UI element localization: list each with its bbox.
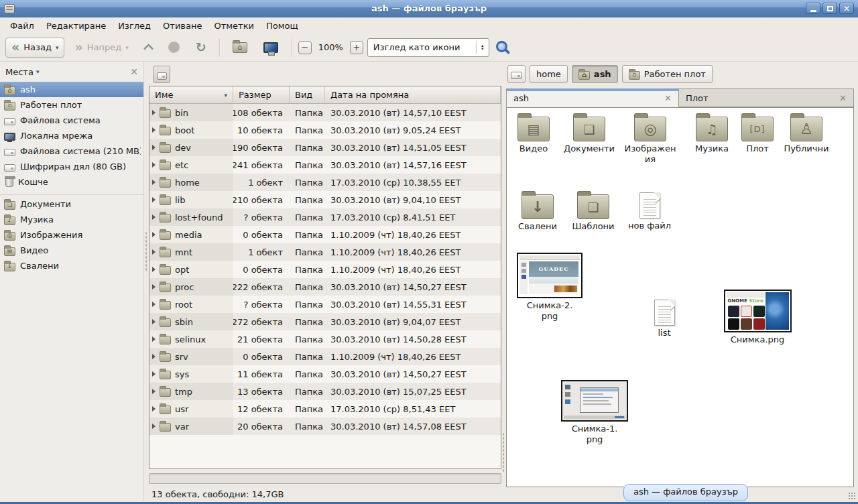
root-path-button[interactable] bbox=[153, 66, 170, 83]
table-row[interactable]: root ? обекта Папка 30.03.2010 (вт) 14,5… bbox=[149, 296, 501, 313]
table-row[interactable]: etc 241 обекта Папка 30.03.2010 (вт) 14,… bbox=[149, 156, 501, 174]
menu-item[interactable]: Отметки bbox=[208, 19, 259, 32]
menu-item[interactable]: Помощ bbox=[260, 19, 304, 32]
grid-item-public[interactable]: Публични bbox=[777, 112, 836, 154]
grid-item-templates[interactable]: Шаблони bbox=[564, 190, 623, 232]
window-resize-grip[interactable] bbox=[848, 492, 856, 500]
expander-icon[interactable] bbox=[152, 249, 156, 255]
table-row[interactable]: lost+found ? обекта Папка 17.03.2010 (ср… bbox=[149, 208, 501, 226]
tab-close-icon[interactable]: ✕ bbox=[839, 93, 847, 103]
expander-icon[interactable] bbox=[152, 389, 156, 394]
expander-icon[interactable] bbox=[152, 110, 156, 115]
expander-icon[interactable] bbox=[152, 214, 156, 220]
table-row[interactable]: boot 10 обекта Папка 30.03.2010 (вт) 9,0… bbox=[149, 121, 501, 139]
menu-item[interactable]: Изглед bbox=[112, 19, 157, 32]
sidebar-item[interactable]: Файлова система (210 MB) bbox=[0, 143, 143, 159]
sidebar-item[interactable]: Локална мрежа bbox=[0, 128, 143, 143]
table-row[interactable]: tmp 13 обекта Папка 30.03.2010 (вт) 15,0… bbox=[149, 383, 501, 400]
grid-item-video[interactable]: Видео bbox=[506, 112, 563, 154]
grid-item-images[interactable]: Изображения bbox=[623, 112, 677, 164]
table-row[interactable]: var 20 обекта Папка 30.03.2010 (вт) 14,5… bbox=[149, 418, 501, 435]
reload-button[interactable]: ↻ bbox=[190, 38, 212, 58]
up-button[interactable] bbox=[139, 38, 158, 58]
grid-item-snimka2[interactable]: GUADEC Снимка-2.png bbox=[515, 253, 584, 321]
expander-icon[interactable] bbox=[152, 336, 156, 342]
minimize-button[interactable] bbox=[806, 3, 820, 14]
expander-icon[interactable] bbox=[152, 319, 156, 324]
sidebar-item[interactable]: Работен плот bbox=[0, 97, 143, 113]
sidebar-item[interactable]: Шифриран дял (80 GB) bbox=[0, 159, 143, 174]
expander-icon[interactable] bbox=[152, 406, 156, 412]
expander-icon[interactable] bbox=[152, 127, 156, 133]
titlebar[interactable]: ash — файлов браузър ✕ bbox=[0, 0, 858, 17]
grid-item-snimka[interactable]: GNOME Store Снимка.png bbox=[722, 290, 793, 345]
table-row[interactable]: usr 12 обекта Папка 17.03.2010 (ср) 8,51… bbox=[149, 400, 501, 418]
pane-resize-handle[interactable] bbox=[502, 432, 505, 472]
sidebar-title[interactable]: Места bbox=[5, 67, 34, 77]
expander-icon[interactable] bbox=[152, 302, 156, 307]
expander-icon[interactable] bbox=[152, 354, 156, 359]
sidebar-item[interactable] bbox=[0, 190, 143, 196]
close-button[interactable]: ✕ bbox=[839, 3, 854, 14]
grid-item-list[interactable]: list bbox=[635, 297, 693, 338]
sidebar-item[interactable]: Видео bbox=[0, 243, 143, 258]
tab-plot[interactable]: Плот ✕ bbox=[679, 88, 854, 107]
expander-icon[interactable] bbox=[152, 267, 156, 272]
column-header-date[interactable]: Дата на промяна bbox=[325, 86, 501, 103]
table-row[interactable]: srv 0 обекта Папка 1.10.2009 (чт) 18,40,… bbox=[149, 348, 501, 365]
sidebar-item[interactable]: Музика bbox=[0, 212, 143, 227]
table-row[interactable]: dev 190 обекта Папка 30.03.2010 (вт) 14,… bbox=[149, 139, 501, 156]
table-row[interactable]: opt 0 обекта Папка 1.10.2009 (чт) 18,40,… bbox=[149, 261, 501, 278]
table-row[interactable]: sbin 272 обекта Папка 30.03.2010 (вт) 9,… bbox=[149, 313, 501, 330]
menu-item[interactable]: Редактиране bbox=[40, 19, 112, 32]
view-mode-select[interactable]: Изглед като икони ▴▾ bbox=[367, 38, 489, 57]
search-button[interactable] bbox=[493, 38, 512, 57]
tab-close-icon[interactable]: ✕ bbox=[664, 93, 672, 103]
column-header-type[interactable]: Вид bbox=[290, 86, 325, 103]
sidebar-item[interactable]: Кошче bbox=[0, 174, 143, 190]
horizontal-scrollbar[interactable] bbox=[149, 473, 501, 484]
back-button[interactable]: « Назад ▾ bbox=[5, 38, 64, 58]
expander-icon[interactable] bbox=[152, 197, 156, 202]
column-header-name[interactable]: Име ▾ bbox=[149, 86, 233, 103]
expander-icon[interactable] bbox=[152, 162, 156, 168]
sidebar-item[interactable]: ash bbox=[0, 82, 143, 97]
computer-button[interactable] bbox=[257, 38, 284, 58]
grid-item-new-file[interactable]: нов файл bbox=[620, 190, 679, 231]
expander-icon[interactable] bbox=[152, 371, 156, 377]
menu-item[interactable]: Файл bbox=[4, 19, 40, 32]
expander-icon[interactable] bbox=[152, 424, 156, 429]
sidebar-item[interactable]: Изображения bbox=[0, 227, 143, 243]
table-row[interactable]: selinux 21 обекта Папка 30.03.2010 (вт) … bbox=[149, 330, 501, 348]
path-desktop-button[interactable]: Работен плот bbox=[622, 65, 713, 83]
table-row[interactable]: bin 108 обекта Папка 30.03.2010 (вт) 14,… bbox=[149, 104, 501, 121]
expander-icon[interactable] bbox=[152, 284, 156, 290]
tab-ash[interactable]: ash ✕ bbox=[506, 88, 679, 107]
forward-button[interactable]: » Напред ▾ bbox=[68, 38, 134, 58]
expander-icon[interactable] bbox=[152, 180, 156, 185]
sidebar-close-icon[interactable]: ✕ bbox=[130, 66, 138, 77]
sidebar-item[interactable]: Документи bbox=[0, 196, 143, 212]
sidebar-item[interactable]: Файлова система bbox=[0, 113, 143, 128]
menu-item[interactable]: Отиване bbox=[157, 19, 208, 32]
zoom-out-button[interactable]: − bbox=[298, 41, 312, 54]
expander-icon[interactable] bbox=[152, 145, 156, 150]
table-row[interactable]: media 0 обекта Папка 1.10.2009 (чт) 18,4… bbox=[149, 226, 501, 243]
path-current-button[interactable]: ash bbox=[572, 65, 618, 83]
grid-item-documents[interactable]: Документи bbox=[559, 112, 619, 154]
grid-item-downloads[interactable]: Свалени bbox=[508, 190, 567, 232]
table-row[interactable]: proc 222 обекта Папка 30.03.2010 (вт) 14… bbox=[149, 278, 501, 296]
maximize-button[interactable] bbox=[822, 3, 837, 14]
grid-item-snimka1[interactable]: Снимка-1.png bbox=[560, 380, 629, 444]
pane-resize-handle[interactable] bbox=[145, 231, 147, 271]
path-home-button[interactable]: home bbox=[530, 65, 568, 83]
table-row[interactable]: home 1 обект Папка 17.03.2010 (ср) 10,38… bbox=[149, 174, 501, 191]
home-button[interactable] bbox=[227, 38, 253, 58]
table-row[interactable]: sys 11 обекта Папка 30.03.2010 (вт) 14,5… bbox=[149, 365, 501, 383]
table-row[interactable]: mnt 1 обект Папка 1.10.2009 (чт) 18,40,2… bbox=[149, 243, 501, 261]
column-header-size[interactable]: Размер bbox=[233, 86, 290, 103]
sidebar-item[interactable]: Свалени bbox=[0, 258, 143, 273]
zoom-in-button[interactable]: + bbox=[350, 41, 363, 54]
expander-icon[interactable] bbox=[152, 232, 156, 237]
chevron-down-icon[interactable]: ▾ bbox=[36, 68, 40, 75]
